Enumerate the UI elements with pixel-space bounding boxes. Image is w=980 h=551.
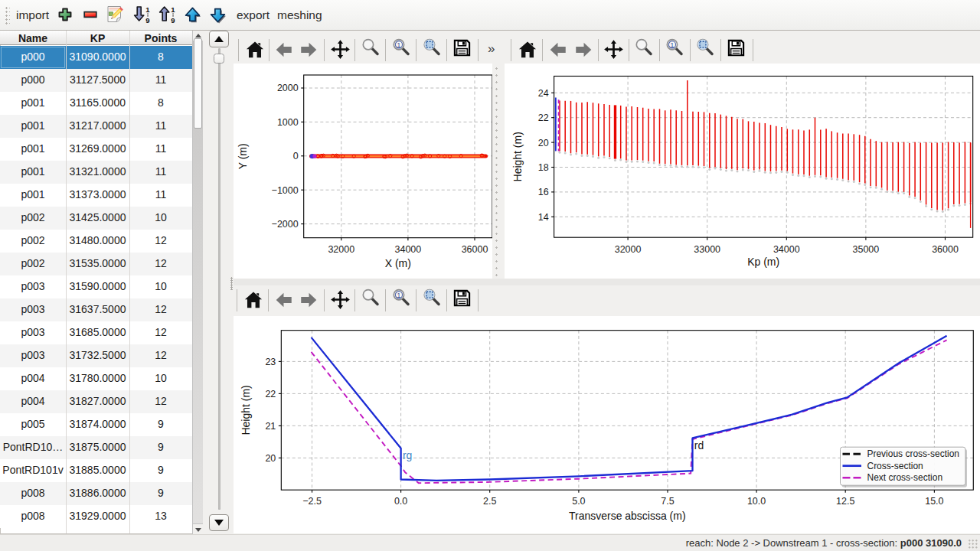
svg-text:2000: 2000	[276, 83, 298, 94]
svg-text:Height (m): Height (m)	[511, 132, 524, 181]
svg-text:0.0: 0.0	[394, 495, 407, 506]
svg-text:rd: rd	[694, 439, 703, 451]
svg-text:1: 1	[397, 41, 400, 48]
svg-text:33000: 33000	[694, 244, 721, 255]
svg-text:1: 1	[145, 5, 150, 14]
svg-text:22: 22	[265, 389, 276, 399]
svg-text:36000: 36000	[932, 244, 959, 255]
svg-text:X (m): X (m)	[384, 257, 410, 269]
svg-text:21: 21	[265, 421, 276, 432]
svg-text:32000: 32000	[328, 244, 354, 255]
svg-text:15.0: 15.0	[925, 495, 943, 506]
svg-text:−1000: −1000	[271, 185, 298, 196]
svg-text:0: 0	[292, 151, 298, 161]
svg-text:Previous cross-section: Previous cross-section	[867, 448, 959, 459]
svg-text:34000: 34000	[773, 244, 800, 255]
svg-text:24: 24	[538, 88, 549, 99]
svg-text:20: 20	[265, 453, 276, 464]
svg-text:14: 14	[538, 212, 549, 223]
svg-text:32000: 32000	[615, 244, 642, 255]
svg-text:Next cross-section: Next cross-section	[867, 472, 942, 483]
svg-text:Kp (m): Kp (m)	[748, 256, 780, 268]
svg-text:20: 20	[538, 138, 549, 148]
svg-text:1000: 1000	[276, 117, 298, 128]
svg-text:9: 9	[171, 16, 175, 24]
svg-text:1: 1	[171, 5, 175, 14]
svg-text:35000: 35000	[853, 244, 880, 255]
svg-text:−2.5: −2.5	[302, 495, 322, 506]
svg-text:23: 23	[265, 357, 276, 367]
svg-text:34000: 34000	[394, 244, 421, 255]
svg-text:18: 18	[538, 162, 549, 173]
svg-text:36000: 36000	[461, 244, 488, 255]
svg-text:22: 22	[538, 112, 549, 123]
svg-text:9: 9	[145, 16, 149, 24]
svg-text:Transverse abscissa (m): Transverse abscissa (m)	[569, 510, 686, 522]
svg-text:Cross-section: Cross-section	[867, 461, 923, 471]
svg-text:1: 1	[670, 41, 674, 48]
svg-text:16: 16	[538, 187, 549, 197]
svg-text:Height (m): Height (m)	[239, 385, 251, 435]
svg-text:10.0: 10.0	[746, 495, 765, 506]
svg-text:Y (m): Y (m)	[237, 143, 249, 169]
svg-text:2.5: 2.5	[483, 495, 496, 506]
svg-text:7.5: 7.5	[661, 495, 674, 506]
svg-text:−2000: −2000	[271, 219, 298, 230]
svg-text:5.0: 5.0	[572, 495, 585, 506]
svg-text:rg: rg	[402, 449, 411, 461]
svg-text:12.5: 12.5	[836, 495, 854, 506]
svg-text:1: 1	[397, 291, 400, 298]
